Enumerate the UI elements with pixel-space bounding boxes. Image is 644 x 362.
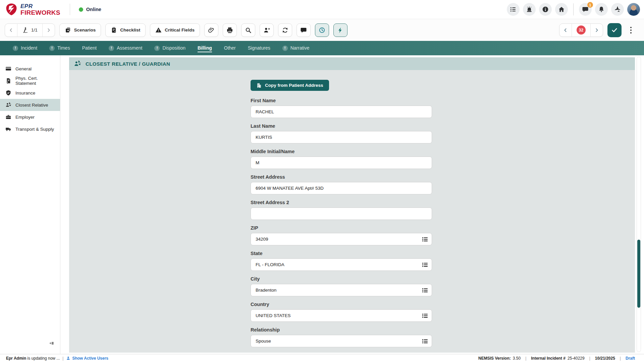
collapse-sidebar-icon <box>49 341 55 346</box>
online-status-label: Online <box>86 7 101 12</box>
flight-mode-button[interactable] <box>611 3 624 16</box>
sidebar-collapse-button[interactable] <box>49 341 55 347</box>
tab-signatures[interactable]: Signatures <box>248 41 270 55</box>
more-options-button[interactable] <box>626 23 636 37</box>
notifications-button[interactable] <box>595 3 608 16</box>
status-bar: Epr Admin is updating now ... | Show Act… <box>0 354 644 362</box>
sidebar-item-employer[interactable]: Employer <box>0 111 60 123</box>
truck-icon <box>5 126 11 132</box>
middle-initial-input[interactable] <box>251 157 432 169</box>
show-active-users-link[interactable]: Show Active Users <box>66 356 108 361</box>
relationship-lookup-button[interactable] <box>422 338 428 345</box>
country-input[interactable] <box>251 309 432 322</box>
alert-badge: ! <box>13 46 18 51</box>
nemsis-version-label: NEMSIS Version: <box>478 356 511 361</box>
tab-billing[interactable]: Billing <box>198 41 212 55</box>
list-icon <box>510 6 517 13</box>
critical-fields-label: Critical Fields <box>165 27 195 33</box>
people-icon <box>5 102 11 108</box>
field-label: State <box>251 251 432 256</box>
add-person-button[interactable] <box>260 23 274 37</box>
quick-actions-button[interactable] <box>333 23 347 37</box>
copy-from-patient-address-button[interactable]: Copy from Patient Address <box>251 80 329 91</box>
chat-bubble-icon <box>300 27 307 34</box>
chevron-left-icon <box>563 27 568 33</box>
time-tracking-button[interactable] <box>315 23 329 37</box>
field-label: Street Address <box>251 174 432 180</box>
record-pager: 1/1 <box>5 23 55 37</box>
sidebar-item-label: General <box>15 66 32 71</box>
tab-times[interactable]: !Times <box>49 41 70 55</box>
zip-lookup-button[interactable] <box>422 236 428 243</box>
attachments-button[interactable] <box>204 23 218 37</box>
critical-fields-button[interactable]: Critical Fields <box>150 23 200 37</box>
city-input[interactable] <box>251 284 432 296</box>
field-label: Last Name <box>251 123 432 129</box>
user-avatar[interactable] <box>627 3 640 16</box>
sidebar-item-phys-cert-statement[interactable]: Phys. Cert. Statement <box>0 75 60 87</box>
city-lookup-button[interactable] <box>422 287 428 294</box>
record-prev-button[interactable] <box>5 24 17 37</box>
record-next-button[interactable] <box>43 24 55 37</box>
info-button[interactable] <box>539 3 552 16</box>
state-input[interactable] <box>251 258 432 271</box>
info-icon <box>542 6 549 13</box>
field-last-name: Last Name <box>251 123 432 143</box>
alerts-siren-button[interactable] <box>523 3 536 16</box>
tab-patient[interactable]: Patient <box>82 41 97 55</box>
copy-button-label: Copy from Patient Address <box>265 83 323 88</box>
street-address-input[interactable] <box>251 182 432 194</box>
sidebar-item-label: Closest Relative <box>15 103 48 108</box>
validation-next-button[interactable] <box>591 24 603 37</box>
draft-status-link[interactable]: Draft <box>626 356 635 361</box>
tab-other[interactable]: Other <box>224 41 236 55</box>
save-confirm-button[interactable] <box>607 23 622 37</box>
menu-list-button[interactable] <box>507 3 520 16</box>
sidebar-item-label: Phys. Cert. Statement <box>15 76 57 86</box>
checklist-button[interactable]: Checklist <box>105 23 146 37</box>
fireworks-logo-icon <box>5 3 18 16</box>
tab-incident[interactable]: !Incident <box>13 41 37 55</box>
vertical-scrollbar[interactable] <box>637 57 641 352</box>
sidebar-item-insurance[interactable]: Insurance <box>0 87 60 99</box>
brand-name-top: EPR <box>20 3 60 9</box>
tab-assessment[interactable]: !Assessment <box>109 41 142 55</box>
messages-button[interactable]: 1 <box>579 3 592 16</box>
street-address-2-input[interactable] <box>251 207 432 220</box>
form-area: Copy from Patient Address First Name Las… <box>69 70 635 353</box>
header-actions: 1 <box>507 3 640 16</box>
incident-meta: NEMSIS Version: 3.50 | Internal Incident… <box>478 356 635 361</box>
tab-narrative[interactable]: !Narrative <box>282 41 310 55</box>
field-zip: ZIP <box>251 225 432 245</box>
alert-badge: ! <box>282 46 288 51</box>
print-button[interactable] <box>223 23 237 37</box>
section-navbar: !Incident !Times Patient !Assessment !Di… <box>0 41 644 55</box>
list-picker-icon <box>422 338 428 345</box>
country-lookup-button[interactable] <box>422 312 428 319</box>
search-button[interactable] <box>241 23 255 37</box>
search-icon <box>245 27 252 34</box>
sync-button[interactable] <box>278 23 292 37</box>
list-picker-icon <box>422 287 428 294</box>
tab-disposition[interactable]: !Disposition <box>154 41 185 55</box>
state-lookup-button[interactable] <box>422 261 428 268</box>
internal-incident-label: Internal Incident # <box>531 356 566 361</box>
last-name-input[interactable] <box>251 131 432 143</box>
relationship-input[interactable] <box>251 335 432 347</box>
field-label: Middle Initial/Name <box>251 149 432 154</box>
sidebar-item-transport-supply[interactable]: Transport & Supply <box>0 123 60 135</box>
validation-prev-button[interactable] <box>559 24 572 37</box>
scenarios-button[interactable]: Scenarios <box>59 23 101 37</box>
header-icons-divider <box>573 3 574 15</box>
closest-relative-panel: CLOSEST RELATIVE / GUARDIAN Copy from Pa… <box>69 57 635 353</box>
validation-pager: 32 <box>559 23 603 37</box>
scrollbar-thumb[interactable] <box>637 240 640 308</box>
app-root: EPR FIREWORKS Online 1 <box>0 0 644 362</box>
zip-input[interactable] <box>251 233 432 245</box>
first-name-input[interactable] <box>251 106 432 118</box>
field-first-name: First Name <box>251 98 432 118</box>
home-button[interactable] <box>555 3 568 16</box>
sidebar-item-closest-relative[interactable]: Closest Relative <box>0 99 60 111</box>
comments-button[interactable] <box>297 23 311 37</box>
sidebar-item-general[interactable]: General <box>0 63 60 75</box>
